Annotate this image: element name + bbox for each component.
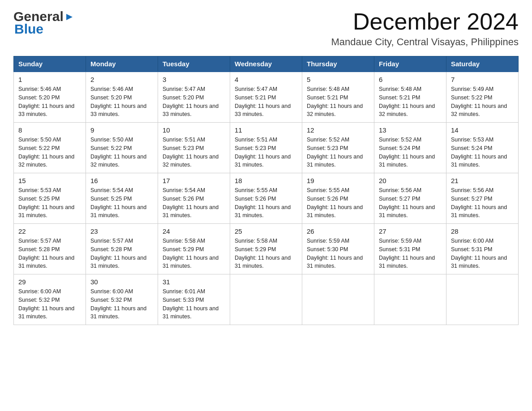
day-info: Sunrise: 5:58 AMSunset: 5:29 PMDaylight:… [163,237,225,270]
page-header: General Blue December 2024 Mandaue City,… [13,9,519,48]
day-number: 13 [379,126,442,134]
day-info: Sunrise: 5:59 AMSunset: 5:30 PMDaylight:… [307,237,369,270]
day-info: Sunrise: 5:53 AMSunset: 5:25 PMDaylight:… [18,186,81,220]
day-number: 1 [18,76,81,83]
day-info: Sunrise: 5:56 AMSunset: 5:27 PMDaylight:… [379,186,442,220]
location-subtitle: Mandaue City, Central Visayas, Philippin… [331,36,519,48]
logo-blue: Blue [14,21,43,37]
day-header-monday: Monday [86,56,158,72]
calendar-cell: 24Sunrise: 5:58 AMSunset: 5:29 PMDayligh… [158,224,230,274]
day-number: 16 [90,177,153,184]
calendar-cell: 14Sunrise: 5:53 AMSunset: 5:24 PMDayligh… [446,123,519,173]
day-number: 20 [379,177,442,184]
day-number: 18 [235,177,297,184]
day-header-sunday: Sunday [14,56,86,72]
day-number: 25 [235,227,297,235]
calendar-week-row: 8Sunrise: 5:50 AMSunset: 5:22 PMDaylight… [14,123,519,173]
day-number: 2 [90,76,153,83]
day-header-friday: Friday [374,56,446,72]
day-info: Sunrise: 5:54 AMSunset: 5:26 PMDaylight:… [163,186,225,220]
calendar-cell: 25Sunrise: 5:58 AMSunset: 5:29 PMDayligh… [230,224,302,274]
calendar-cell: 18Sunrise: 5:55 AMSunset: 5:26 PMDayligh… [230,173,302,224]
calendar-cell: 23Sunrise: 5:57 AMSunset: 5:28 PMDayligh… [86,224,158,274]
day-number: 14 [451,126,514,134]
calendar-cell: 31Sunrise: 6:01 AMSunset: 5:33 PMDayligh… [158,274,230,325]
day-info: Sunrise: 5:52 AMSunset: 5:24 PMDaylight:… [379,136,442,169]
day-info: Sunrise: 5:52 AMSunset: 5:23 PMDaylight:… [307,136,369,169]
calendar-cell: 20Sunrise: 5:56 AMSunset: 5:27 PMDayligh… [374,173,446,224]
day-header-tuesday: Tuesday [158,56,230,72]
month-title: December 2024 [331,9,519,34]
day-number: 10 [163,126,225,134]
day-number: 11 [235,126,297,134]
day-number: 15 [18,177,81,184]
day-info: Sunrise: 5:46 AMSunset: 5:20 PMDaylight:… [90,85,153,119]
day-header-saturday: Saturday [446,56,519,72]
calendar-cell: 22Sunrise: 5:57 AMSunset: 5:28 PMDayligh… [14,224,86,274]
day-number: 8 [18,126,81,134]
day-number: 28 [451,227,514,235]
calendar-cell [302,274,374,325]
calendar-cell: 16Sunrise: 5:54 AMSunset: 5:25 PMDayligh… [86,173,158,224]
calendar-week-row: 15Sunrise: 5:53 AMSunset: 5:25 PMDayligh… [14,173,519,224]
day-info: Sunrise: 5:59 AMSunset: 5:31 PMDaylight:… [379,237,442,270]
day-info: Sunrise: 5:48 AMSunset: 5:21 PMDaylight:… [379,85,442,119]
calendar-header-row: SundayMondayTuesdayWednesdayThursdayFrid… [14,56,519,72]
calendar-cell: 26Sunrise: 5:59 AMSunset: 5:30 PMDayligh… [302,224,374,274]
calendar-cell: 7Sunrise: 5:49 AMSunset: 5:22 PMDaylight… [446,72,519,123]
day-number: 30 [90,278,153,286]
day-info: Sunrise: 6:00 AMSunset: 5:31 PMDaylight:… [451,237,514,270]
day-info: Sunrise: 5:49 AMSunset: 5:22 PMDaylight:… [451,85,514,119]
day-number: 3 [163,76,225,83]
calendar-cell: 17Sunrise: 5:54 AMSunset: 5:26 PMDayligh… [158,173,230,224]
day-number: 29 [18,278,81,286]
day-number: 17 [163,177,225,184]
calendar-cell: 28Sunrise: 6:00 AMSunset: 5:31 PMDayligh… [446,224,519,274]
day-number: 5 [307,76,369,83]
day-info: Sunrise: 5:54 AMSunset: 5:25 PMDaylight:… [90,186,153,220]
calendar-cell: 13Sunrise: 5:52 AMSunset: 5:24 PMDayligh… [374,123,446,173]
calendar-week-row: 29Sunrise: 6:00 AMSunset: 5:32 PMDayligh… [14,274,519,325]
day-info: Sunrise: 6:00 AMSunset: 5:32 PMDaylight:… [18,287,81,321]
calendar-cell: 15Sunrise: 5:53 AMSunset: 5:25 PMDayligh… [14,173,86,224]
day-info: Sunrise: 5:56 AMSunset: 5:27 PMDaylight:… [451,186,514,220]
day-info: Sunrise: 5:46 AMSunset: 5:20 PMDaylight:… [18,85,81,119]
day-info: Sunrise: 5:51 AMSunset: 5:23 PMDaylight:… [235,136,297,169]
day-info: Sunrise: 5:55 AMSunset: 5:26 PMDaylight:… [307,186,369,220]
calendar-cell: 8Sunrise: 5:50 AMSunset: 5:22 PMDaylight… [14,123,86,173]
calendar-table: SundayMondayTuesdayWednesdayThursdayFrid… [13,56,519,325]
calendar-cell: 12Sunrise: 5:52 AMSunset: 5:23 PMDayligh… [302,123,374,173]
day-number: 12 [307,126,369,134]
day-info: Sunrise: 5:55 AMSunset: 5:26 PMDaylight:… [235,186,297,220]
day-info: Sunrise: 5:50 AMSunset: 5:22 PMDaylight:… [90,136,153,169]
day-info: Sunrise: 5:50 AMSunset: 5:22 PMDaylight:… [18,136,81,169]
calendar-cell: 6Sunrise: 5:48 AMSunset: 5:21 PMDaylight… [374,72,446,123]
day-info: Sunrise: 5:57 AMSunset: 5:28 PMDaylight:… [90,237,153,270]
calendar-cell: 11Sunrise: 5:51 AMSunset: 5:23 PMDayligh… [230,123,302,173]
day-number: 7 [451,76,514,83]
calendar-cell: 3Sunrise: 5:47 AMSunset: 5:20 PMDaylight… [158,72,230,123]
calendar-week-row: 22Sunrise: 5:57 AMSunset: 5:28 PMDayligh… [14,224,519,274]
day-info: Sunrise: 5:51 AMSunset: 5:23 PMDaylight:… [163,136,225,169]
logo-arrow-icon [64,12,74,22]
day-number: 9 [90,126,153,134]
calendar-cell [374,274,446,325]
calendar-cell: 4Sunrise: 5:47 AMSunset: 5:21 PMDaylight… [230,72,302,123]
calendar-cell: 30Sunrise: 6:00 AMSunset: 5:32 PMDayligh… [86,274,158,325]
day-number: 22 [18,227,81,235]
title-area: December 2024 Mandaue City, Central Visa… [331,9,519,48]
calendar-cell: 5Sunrise: 5:48 AMSunset: 5:21 PMDaylight… [302,72,374,123]
day-number: 6 [379,76,442,83]
day-info: Sunrise: 6:01 AMSunset: 5:33 PMDaylight:… [163,287,225,321]
calendar-cell: 19Sunrise: 5:55 AMSunset: 5:26 PMDayligh… [302,173,374,224]
day-info: Sunrise: 5:58 AMSunset: 5:29 PMDaylight:… [235,237,297,270]
day-number: 19 [307,177,369,184]
calendar-cell: 10Sunrise: 5:51 AMSunset: 5:23 PMDayligh… [158,123,230,173]
day-header-thursday: Thursday [302,56,374,72]
calendar-cell: 2Sunrise: 5:46 AMSunset: 5:20 PMDaylight… [86,72,158,123]
calendar-cell: 27Sunrise: 5:59 AMSunset: 5:31 PMDayligh… [374,224,446,274]
day-header-wednesday: Wednesday [230,56,302,72]
calendar-cell: 1Sunrise: 5:46 AMSunset: 5:20 PMDaylight… [14,72,86,123]
day-info: Sunrise: 6:00 AMSunset: 5:32 PMDaylight:… [90,287,153,321]
day-number: 23 [90,227,153,235]
